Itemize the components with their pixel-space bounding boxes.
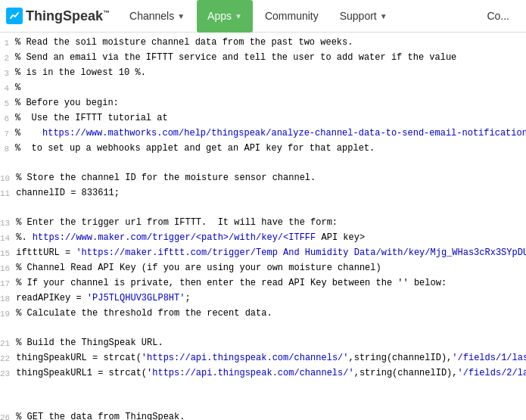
support-caret: ▼ <box>380 12 387 20</box>
code-line <box>0 381 526 396</box>
code-line: 14%. https://www.maker.com/trigger/<path… <box>0 231 526 246</box>
line-number: 8 <box>0 142 15 157</box>
line-number: 15 <box>0 246 16 261</box>
nav-community[interactable]: Community <box>254 0 329 33</box>
line-number: 6 <box>0 111 15 126</box>
line-number: 17 <box>0 276 16 291</box>
nav-corner[interactable]: Co... <box>476 0 520 33</box>
code-line: 6% Use the IFTTT tutorial at <box>0 111 526 126</box>
line-number: 1 <box>0 36 15 51</box>
line-number: 7 <box>0 126 15 142</box>
logo-name: ThingSpeak <box>26 8 103 23</box>
code-line: 19% Calculate the threshold from the rec… <box>0 306 526 322</box>
code-line: 2% Send an email via the IFTTT service a… <box>0 51 526 66</box>
nav-support[interactable]: Support ▼ <box>329 0 398 33</box>
code-line <box>0 396 526 410</box>
channels-caret: ▼ <box>177 12 185 20</box>
community-label: Community <box>265 10 319 22</box>
line-number: 22 <box>0 351 16 366</box>
corner-label: Co... <box>487 10 509 22</box>
code-line: 5% Before you begin: <box>0 96 526 111</box>
code-line: 18readAPIKey = 'PJ5TLQHUV3GLP8HT'; <box>0 291 526 306</box>
line-content: % <box>15 81 526 95</box>
code-line: 10% Store the channel ID for the moistur… <box>0 171 526 186</box>
nav-apps[interactable]: Apps ▼ <box>197 0 253 33</box>
line-number: 26 <box>0 410 16 420</box>
line-number: 19 <box>0 306 16 322</box>
line-content: % https://www.mathworks.com/help/thingsp… <box>15 126 526 141</box>
code-line: 23thingSpeakURL1 = strcat('https://api.t… <box>0 366 526 381</box>
line-content: % Store the channel ID for the moisture … <box>16 171 526 185</box>
line-number: 13 <box>0 216 16 231</box>
code-line: 3% is in the lowest 10 %. <box>0 66 526 81</box>
line-number: 3 <box>0 66 15 81</box>
line-content: % Enter the trigger url from IFTTT. It w… <box>16 216 526 230</box>
line-content: readAPIKey = 'PJ5TLQHUV3GLP8HT'; <box>16 291 526 306</box>
code-line: 21% Build the ThingSpeak URL. <box>0 336 526 351</box>
code-line: 4% <box>0 81 526 96</box>
line-number: 4 <box>0 81 15 96</box>
line-number: 18 <box>0 291 16 306</box>
line-number: 14 <box>0 231 16 246</box>
line-content: thingSpeakURL = strcat('https://api.thin… <box>16 351 526 366</box>
code-line: 15iftttURL = 'https://maker.ifttt.com/tr… <box>0 246 526 261</box>
channels-label: Channels <box>129 10 174 22</box>
line-number: 10 <box>0 171 16 186</box>
apps-caret: ▼ <box>235 12 242 20</box>
line-content: % Channel Read API Key (if you are using… <box>16 261 526 275</box>
line-number: 21 <box>0 336 16 351</box>
code-line: 11channelID = 833611; <box>0 186 526 201</box>
apps-label: Apps <box>207 10 232 22</box>
code-line: 22thingSpeakURL = strcat('https://api.th… <box>0 351 526 366</box>
thingspeak-logo-icon <box>6 8 23 24</box>
line-content: thingSpeakURL1 = strcat('https://api.thi… <box>16 366 526 381</box>
logo-area[interactable]: ThingSpeak™ <box>6 8 110 24</box>
line-number: 23 <box>0 366 16 381</box>
code-line: 16% Channel Read API Key (if you are usi… <box>0 261 526 276</box>
code-line: 17% If your channel is private, then ent… <box>0 276 526 291</box>
line-content: % to set up a webhooks applet and get an… <box>15 142 526 156</box>
line-content: % Build the ThingSpeak URL. <box>16 336 526 350</box>
line-content: % is in the lowest 10 %. <box>15 66 526 80</box>
line-number: 2 <box>0 51 15 66</box>
line-number: 11 <box>0 186 16 201</box>
code-line <box>0 201 526 216</box>
line-content: %. https://www.maker.com/trigger/<path>/… <box>16 231 526 245</box>
line-content: % Send an email via the IFTTT service an… <box>15 51 526 65</box>
line-content: % If your channel is private, then enter… <box>16 276 526 291</box>
line-number: 5 <box>0 96 15 111</box>
logo-text: ThingSpeak™ <box>26 8 110 24</box>
support-label: Support <box>340 10 377 22</box>
code-line <box>0 322 526 336</box>
code-line: 13% Enter the trigger url from IFTTT. It… <box>0 216 526 231</box>
line-content: % Calculate the threshold from the recen… <box>16 306 526 321</box>
code-area: 1% Read the soil moisture channel data f… <box>0 33 526 420</box>
line-content: % Read the soil moisture channel data fr… <box>15 36 526 50</box>
line-number: 16 <box>0 261 16 276</box>
nav-channels[interactable]: Channels ▼ <box>119 0 195 33</box>
line-content: % Use the IFTTT tutorial at <box>15 111 526 126</box>
code-line <box>0 157 526 171</box>
navbar: ThingSpeak™ Channels ▼ Apps ▼ Community … <box>0 0 526 33</box>
line-content: iftttURL = 'https://maker.ifttt.com/trig… <box>16 246 526 260</box>
line-content: % Before you begin: <box>15 96 526 110</box>
code-line: 8% to set up a webhooks applet and get a… <box>0 142 526 157</box>
code-line: 7% https://www.mathworks.com/help/things… <box>0 126 526 142</box>
code-line: 26% GET the data from ThingSpeak. <box>0 410 526 420</box>
line-content: channelID = 833611; <box>16 186 526 201</box>
logo-tm: ™ <box>103 9 110 17</box>
line-content: % GET the data from ThingSpeak. <box>16 410 526 420</box>
code-line: 1% Read the soil moisture channel data f… <box>0 36 526 51</box>
